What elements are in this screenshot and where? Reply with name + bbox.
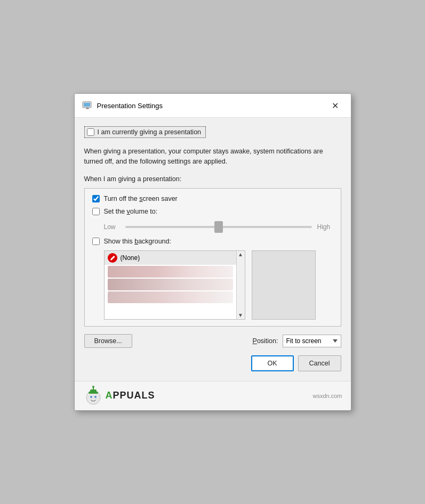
background-listbox[interactable]: (None) ▲ ▼ — [104, 250, 245, 320]
volume-slider-container — [125, 221, 312, 233]
background-label[interactable]: Show this background: — [104, 238, 171, 245]
section-label: When I am giving a presentation: — [84, 175, 341, 183]
position-row: Position: Fit to screen Center Tile Stre… — [253, 335, 341, 347]
screen-saver-row: Turn off the screen saver — [92, 195, 333, 202]
currently-presenting-wrapper: I am currently giving a presentation — [84, 126, 206, 138]
settings-group: Turn off the screen saver Set the volume… — [84, 188, 341, 327]
volume-high-label: High — [317, 223, 333, 231]
listbox-content: (None) — [105, 251, 236, 319]
background-row: Show this background: — [92, 238, 333, 245]
no-icon — [108, 253, 117, 263]
svg-point-7 — [90, 396, 92, 398]
appuals-a: A — [106, 390, 113, 401]
cancel-button[interactable]: Cancel — [298, 355, 341, 371]
dialog-window: Presentation Settings ✕ I am currently g… — [74, 93, 351, 411]
background-underline: b — [134, 238, 138, 245]
volume-row: Set the volume to: — [92, 208, 333, 215]
currently-presenting-checkbox[interactable] — [87, 128, 94, 136]
listbox-item-3[interactable] — [108, 291, 233, 303]
scroll-down-arrow[interactable]: ▼ — [238, 313, 243, 318]
position-label: Position: — [253, 337, 278, 345]
screen-saver-checkbox[interactable] — [92, 195, 100, 202]
presentation-settings-icon — [82, 100, 93, 111]
dialog-content: I am currently giving a presentation Whe… — [75, 118, 351, 381]
volume-underline: v — [127, 208, 130, 215]
description-text: When giving a presentation, your compute… — [84, 147, 341, 167]
background-preview — [252, 250, 316, 320]
dialog-title: Presentation Settings — [97, 102, 163, 110]
volume-label[interactable]: Set the volume to: — [104, 208, 158, 215]
volume-slider[interactable] — [125, 226, 312, 228]
listbox-item-1[interactable] — [108, 266, 233, 278]
screen-saver-underline: s — [139, 195, 142, 202]
watermark-bar: APPUALS wsxdn.com — [75, 381, 351, 410]
screen-saver-label[interactable]: Turn off the screen saver — [104, 195, 178, 202]
position-select[interactable]: Fit to screen Center Tile Stretch Fill — [283, 335, 341, 347]
title-bar: Presentation Settings ✕ — [75, 94, 351, 118]
position-underline: P — [253, 337, 257, 345]
listbox-item-none[interactable]: (None) — [105, 251, 236, 265]
scroll-up-arrow[interactable]: ▲ — [238, 252, 243, 257]
watermark-site: wsxdn.com — [312, 393, 342, 399]
background-checkbox[interactable] — [92, 238, 100, 245]
appuals-brand-text: APPUALS — [106, 390, 155, 401]
listbox-item-2[interactable] — [108, 279, 233, 290]
appuals-logo: APPUALS — [83, 386, 155, 406]
listbox-none-label: (None) — [121, 254, 140, 262]
title-bar-left: Presentation Settings — [82, 100, 163, 111]
close-button[interactable]: ✕ — [327, 99, 343, 112]
svg-rect-1 — [84, 103, 90, 107]
volume-low-label: Low — [104, 223, 120, 231]
appuals-mascot-icon — [83, 386, 103, 406]
ok-button[interactable]: OK — [251, 355, 294, 371]
svg-rect-6 — [90, 389, 97, 393]
svg-point-10 — [92, 386, 94, 388]
background-content-row: (None) ▲ ▼ — [104, 250, 333, 320]
svg-point-8 — [94, 396, 97, 398]
listbox-scrollbar[interactable]: ▲ ▼ — [236, 251, 245, 319]
currently-presenting-label[interactable]: I am currently giving a presentation — [98, 128, 202, 136]
browse-button[interactable]: Browse... — [84, 334, 132, 348]
action-buttons: OK Cancel — [84, 350, 341, 373]
bottom-row: Browse... Position: Fit to screen Center… — [84, 334, 341, 350]
volume-checkbox[interactable] — [92, 208, 100, 215]
volume-slider-row: Low High — [104, 221, 333, 233]
